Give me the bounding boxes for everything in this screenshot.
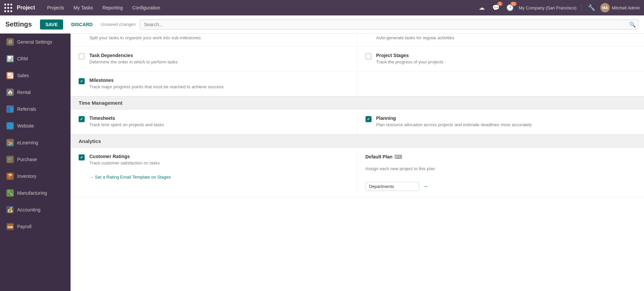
discard-button[interactable]: DISCARD — [67, 19, 97, 30]
sidebar-label-website: Website — [17, 123, 34, 129]
search-icon: 🔍 — [629, 21, 636, 28]
customer-ratings-checkbox[interactable] — [79, 154, 85, 160]
sidebar-item-sales[interactable]: 📈 Sales — [0, 67, 71, 84]
milestones-desc: Track major progress points that must be… — [89, 84, 224, 90]
sidebar-label-crm: CRM — [17, 56, 28, 61]
sidebar-item-rental[interactable]: 🏠 Rental — [0, 84, 71, 101]
planning-checkbox[interactable] — [366, 116, 372, 122]
timesheets-label: Timesheets — [89, 115, 164, 121]
sidebar-label-sales: Sales — [17, 73, 29, 78]
customer-ratings-checkbox-inner[interactable] — [79, 154, 85, 160]
project-stages-desc: Track the progress of your projects — [376, 59, 443, 65]
sub-milestones-text-left: Split your tasks to organize your work i… — [89, 35, 201, 41]
default-plan-icon: ⌨ — [394, 154, 402, 160]
wrench-icon[interactable]: 🔧 — [586, 2, 597, 13]
navbar: Project Projects My Tasks Reporting Conf… — [0, 0, 644, 15]
messages-badge: 5 — [497, 2, 503, 6]
default-plan-label: Default Plan — [366, 154, 393, 159]
nav-reporting[interactable]: Reporting — [98, 3, 127, 12]
sidebar-item-manufacturing[interactable]: 🔧 Manufacturing — [0, 185, 71, 201]
milestones-right-placeholder — [357, 71, 644, 96]
app-name: Project — [17, 5, 35, 11]
timesheets-desc: Track time spent on projects and tasks — [89, 122, 164, 128]
customer-ratings-item: Customer Ratings Track customer satisfac… — [71, 148, 357, 197]
nav-configuration[interactable]: Configuration — [128, 3, 164, 12]
main-content: Split your tasks to organize your work i… — [71, 34, 644, 291]
messages-icon-btn[interactable]: 💬 5 — [490, 2, 501, 13]
sidebar-item-payroll[interactable]: 💳 Payroll — [0, 218, 71, 235]
sidebar-item-purchase[interactable]: 🛒 Purchase — [0, 151, 71, 168]
crm-icon: 📊 — [6, 55, 14, 62]
task-dependencies-checkbox-inner[interactable] — [79, 53, 85, 59]
planning-label: Planning — [376, 115, 532, 121]
settings-row-time: Timesheets Track time spent on projects … — [71, 109, 644, 134]
default-plan-item: Default Plan ⌨ Assign each new project t… — [357, 148, 644, 197]
sidebar-label-inventory: Inventory — [17, 174, 37, 179]
planning-text: Planning Plan resource allocation across… — [376, 115, 532, 128]
referrals-icon: 👥 — [6, 105, 14, 113]
manufacturing-icon: 🔧 — [6, 189, 14, 197]
sidebar-item-general-settings[interactable]: ⚙ General Settings — [0, 34, 71, 50]
sidebar-label-rental: Rental — [17, 90, 31, 95]
sidebar-item-crm[interactable]: 📊 CRM — [0, 50, 71, 67]
company-selector[interactable]: My Company (San Francisco) — [519, 5, 576, 10]
task-dependencies-item: Task Dependencies Determine the order in… — [71, 47, 357, 71]
planning-item: Planning Plan resource allocation across… — [357, 109, 644, 134]
settings-row-milestones: Milestones Track major progress points t… — [71, 71, 644, 96]
customer-ratings-desc: Track customer satisfaction on tasks — [89, 160, 160, 166]
planning-checkbox-inner[interactable] — [366, 116, 372, 122]
sidebar-item-website[interactable]: 🌐 Website — [0, 117, 71, 134]
timesheets-checkbox-inner[interactable] — [79, 116, 85, 122]
sub-milestones-desc-left: Split your tasks to organize your work i… — [71, 34, 357, 47]
timesheets-checkbox[interactable] — [79, 116, 85, 122]
departments-dropdown-row: Departments All Sales Engineering Market… — [366, 182, 429, 191]
search-bar: 🔍 — [140, 19, 639, 30]
analytics-section-header: Analytics — [71, 135, 644, 148]
task-dependencies-label: Task Dependencies — [89, 53, 178, 58]
milestones-label: Milestones — [89, 78, 224, 83]
task-dependencies-text: Task Dependencies Determine the order in… — [89, 53, 178, 65]
project-stages-text: Project Stages Track the progress of you… — [376, 53, 443, 65]
nav-projects[interactable]: Projects — [43, 3, 68, 12]
sidebar-item-accounting[interactable]: 💰 Accounting — [0, 201, 71, 218]
sub-header: Settings SAVE DISCARD Unsaved changes 🔍 — [0, 15, 644, 34]
rating-template-link[interactable]: → Set a Rating Email Template on Stages — [89, 175, 171, 180]
activity-icon-btn[interactable]: ☁ — [476, 2, 487, 13]
main-nav: Projects My Tasks Reporting Configuratio… — [43, 3, 476, 12]
milestones-text: Milestones Track major progress points t… — [89, 78, 224, 90]
grid-menu-icon[interactable] — [4, 3, 13, 12]
milestones-checkbox[interactable] — [79, 78, 85, 84]
sidebar-item-inventory[interactable]: 📦 Inventory — [0, 168, 71, 185]
search-input[interactable] — [140, 19, 639, 30]
activities-badge: 41 — [510, 2, 517, 6]
nav-my-tasks[interactable]: My Tasks — [70, 3, 97, 12]
timesheets-item: Timesheets Track time spent on projects … — [71, 109, 357, 134]
sidebar-label-payroll: Payroll — [17, 224, 32, 229]
default-plan-desc: Assign each new project to this plan — [366, 166, 435, 171]
sidebar-label-referrals: Referrals — [17, 106, 36, 112]
sidebar-label-manufacturing: Manufacturing — [17, 190, 47, 196]
milestones-checkbox-inner[interactable] — [79, 78, 85, 84]
inventory-icon: 📦 — [6, 173, 14, 180]
sidebar-item-elearning[interactable]: 📚 eLearning — [0, 134, 71, 151]
layout: ⚙ General Settings 📊 CRM 📈 Sales 🏠 Renta… — [0, 34, 644, 291]
settings-row-analytics: Customer Ratings Track customer satisfac… — [71, 148, 644, 197]
website-icon: 🌐 — [6, 122, 14, 130]
task-dependencies-checkbox[interactable] — [79, 53, 85, 59]
project-stages-checkbox[interactable] — [366, 53, 372, 59]
rental-icon: 🏠 — [6, 89, 14, 96]
user-avatar: MA — [600, 3, 610, 12]
sidebar-item-referrals[interactable]: 👥 Referrals — [0, 101, 71, 117]
activities-icon-btn[interactable]: 🕐 41 — [505, 2, 515, 13]
settings-row-1: Task Dependencies Determine the order in… — [71, 47, 644, 71]
save-button[interactable]: SAVE — [40, 19, 63, 30]
project-stages-checkbox-inner[interactable] — [366, 53, 372, 59]
time-management-section-header: Time Management — [71, 96, 644, 109]
customer-ratings-text: Customer Ratings Track customer satisfac… — [89, 154, 160, 166]
user-name: Mitchell Admin — [612, 5, 640, 10]
user-menu[interactable]: MA Mitchell Admin — [600, 3, 640, 12]
general-settings-icon: ⚙ — [6, 38, 14, 46]
departments-select[interactable]: Departments All Sales Engineering Market… — [366, 182, 419, 191]
sub-milestones-desc-right: Auto-generate tasks for regular activiti… — [357, 34, 644, 47]
departments-go-button[interactable]: → — [422, 182, 429, 191]
